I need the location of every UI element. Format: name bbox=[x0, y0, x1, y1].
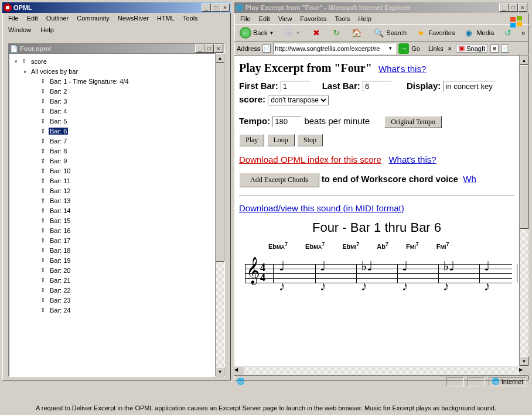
go-button[interactable]: → bbox=[398, 43, 409, 54]
opml-menu-html[interactable]: HTML bbox=[154, 14, 178, 22]
opml-menu-newsriver[interactable]: NewsRiver bbox=[114, 14, 152, 22]
doc-minimize-button[interactable]: _ bbox=[195, 44, 204, 53]
whats-this-link-3-partial[interactable]: Wh bbox=[463, 174, 476, 184]
search-button[interactable]: 🔍 Search bbox=[370, 26, 410, 40]
last-bar-input[interactable] bbox=[363, 81, 392, 92]
tree-node[interactable]: ▸⇧Bar: 5 bbox=[9, 116, 214, 126]
back-dropdown-icon[interactable]: ▼ bbox=[269, 30, 274, 36]
stop-button[interactable]: ✖ bbox=[308, 26, 325, 40]
tree-node[interactable]: ▸⇧Bar: 13 bbox=[9, 196, 214, 205]
scroll-thumb[interactable] bbox=[216, 63, 224, 262]
download-midi-link[interactable]: Download/view this sound (in MIDI format… bbox=[239, 203, 404, 213]
ie-menu-tools[interactable]: Tools bbox=[332, 15, 354, 23]
stop-button[interactable]: Stop bbox=[297, 134, 323, 146]
ie-menu-edit[interactable]: Edit bbox=[255, 15, 274, 23]
tree-node[interactable]: ▸⇧Bar: 21 bbox=[9, 275, 214, 285]
tree-node[interactable]: ▸⇧Bar: 6 bbox=[9, 126, 214, 136]
hscroll-left[interactable]: ◀ bbox=[234, 367, 244, 375]
whats-this-link-2[interactable]: What's this? bbox=[388, 155, 436, 164]
tree-node[interactable]: ▸⇧Bar: 15 bbox=[9, 215, 214, 225]
page-scroll-thumb[interactable] bbox=[520, 65, 528, 229]
home-button[interactable]: 🏠 bbox=[347, 26, 365, 40]
first-bar-input[interactable] bbox=[281, 81, 310, 92]
tree-node[interactable]: ▸⇧Bar: 20 bbox=[9, 265, 214, 275]
outline-tree[interactable]: ▾⇧score▸All voices by bar▸⇧Bar: 1 - Time… bbox=[9, 53, 215, 376]
tree-node[interactable]: ▸⇧Bar: 1 - Time Signature: 4/4 bbox=[9, 76, 214, 86]
toolbar-extra-2[interactable]: 📑 bbox=[501, 44, 509, 53]
refresh-button[interactable]: ↻ bbox=[328, 26, 345, 40]
scroll-up-button[interactable]: ▲ bbox=[216, 53, 224, 63]
links-label[interactable]: Links bbox=[428, 45, 444, 52]
original-tempo-button[interactable]: Original Tempo bbox=[384, 116, 442, 128]
whats-this-link-1[interactable]: What's this? bbox=[378, 64, 426, 74]
opml-menu-file[interactable]: File bbox=[5, 14, 22, 22]
ie-menu-file[interactable]: File bbox=[237, 15, 254, 23]
page-scroll-up[interactable]: ▲ bbox=[520, 56, 528, 65]
ie-minimize-button[interactable]: _ bbox=[499, 4, 509, 12]
ie-menu-view[interactable]: View bbox=[275, 15, 296, 23]
media-button[interactable]: ◉ Media bbox=[460, 26, 497, 40]
disclosure-arrow-icon[interactable]: ▾ bbox=[13, 59, 19, 64]
tree-scrollbar[interactable]: ▲ ▼ bbox=[215, 53, 224, 376]
tempo-input[interactable] bbox=[272, 116, 302, 127]
loop-button[interactable]: Loop bbox=[267, 134, 295, 146]
tree-node[interactable]: ▸⇧Bar: 7 bbox=[9, 136, 214, 146]
back-button[interactable]: ← Back ▼ bbox=[237, 26, 277, 40]
opml-menu-help[interactable]: Help bbox=[37, 26, 57, 34]
tree-node[interactable]: ▸⇧Bar: 17 bbox=[9, 235, 214, 245]
snagit-button[interactable]: ▣ SnagIt bbox=[456, 44, 488, 53]
fwd-dropdown-icon[interactable]: ▼ bbox=[295, 30, 300, 36]
links-overflow[interactable]: » bbox=[446, 45, 454, 52]
forward-button[interactable]: → ▼ bbox=[279, 26, 303, 40]
ie-menu-help[interactable]: Help bbox=[354, 15, 375, 23]
display-input[interactable] bbox=[443, 81, 496, 92]
opml-menu-window[interactable]: Window bbox=[5, 26, 35, 34]
tree-node[interactable]: ▸⇧Bar: 16 bbox=[9, 225, 214, 235]
page-scrollbar[interactable]: ▲ ▼ bbox=[519, 56, 528, 366]
opml-menu-tools[interactable]: Tools bbox=[179, 14, 202, 22]
address-input[interactable] bbox=[273, 43, 396, 54]
tree-node[interactable]: ▸⇧Bar: 10 bbox=[9, 166, 214, 176]
url-dropdown-icon[interactable]: ▼ bbox=[388, 46, 393, 51]
toolbar-overflow[interactable]: » bbox=[519, 30, 527, 36]
opml-titlebar[interactable]: OPML _ □ × bbox=[2, 2, 231, 13]
favorites-button[interactable]: ★ Favorites bbox=[412, 26, 458, 40]
scroll-track[interactable] bbox=[216, 262, 224, 367]
hscroll-track[interactable] bbox=[244, 367, 519, 375]
disclosure-arrow-icon[interactable]: ▸ bbox=[22, 68, 28, 74]
page-scroll-down[interactable]: ▼ bbox=[520, 356, 528, 366]
ie-titlebar[interactable]: 🌐 Play Excerpt from "Four" - Microsoft I… bbox=[234, 2, 528, 13]
opml-menu-community[interactable]: Community bbox=[73, 14, 113, 22]
add-excerpt-chords-button[interactable]: Add Excerpt Chords bbox=[239, 173, 319, 187]
tree-node[interactable]: ▸⇧Bar: 9 bbox=[9, 156, 214, 166]
tree-node[interactable]: ▸⇧Bar: 24 bbox=[9, 305, 214, 315]
tree-node[interactable]: ▸⇧Bar: 14 bbox=[9, 205, 214, 215]
doc-maximize-button[interactable]: □ bbox=[204, 44, 214, 53]
play-button[interactable]: Play bbox=[239, 134, 264, 146]
ie-close-button[interactable]: × bbox=[518, 4, 527, 12]
toolbar-extra-1[interactable]: 🖥 bbox=[490, 44, 499, 53]
tree-node[interactable]: ▸⇧Bar: 19 bbox=[9, 255, 214, 265]
tree-node[interactable]: ▸⇧Bar: 22 bbox=[9, 285, 214, 295]
ie-menu-favorites[interactable]: Favorites bbox=[296, 15, 330, 23]
doc-close-button[interactable]: × bbox=[214, 44, 223, 53]
tree-node[interactable]: ▸⇧Bar: 23 bbox=[9, 295, 214, 305]
tree-node[interactable]: ▸⇧Bar: 11 bbox=[9, 176, 214, 186]
ie-maximize-button[interactable]: □ bbox=[509, 4, 518, 12]
download-opml-link[interactable]: Download OPML index for this score bbox=[239, 155, 381, 164]
transpose-select[interactable]: don't transpose bbox=[268, 95, 329, 105]
opml-menu-outliner[interactable]: Outliner bbox=[43, 14, 73, 22]
tree-node[interactable]: ▸⇧Bar: 12 bbox=[9, 186, 214, 196]
minimize-button[interactable]: _ bbox=[202, 4, 211, 12]
scroll-down-button[interactable]: ▼ bbox=[216, 367, 224, 376]
hscroll-right[interactable]: ▶ bbox=[519, 367, 528, 375]
tree-node[interactable]: ▸⇧Bar: 2 bbox=[9, 86, 214, 96]
opml-doc-titlebar[interactable]: 📄 Four.opml _ □ × bbox=[9, 44, 224, 53]
tree-node[interactable]: ▸⇧Bar: 18 bbox=[9, 245, 214, 255]
close-button[interactable]: × bbox=[220, 4, 230, 12]
opml-menu-edit[interactable]: Edit bbox=[23, 14, 42, 22]
tree-node[interactable]: ▸⇧Bar: 3 bbox=[9, 96, 214, 106]
tree-node[interactable]: ▾⇧score bbox=[9, 56, 214, 66]
maximize-button[interactable]: □ bbox=[211, 4, 220, 12]
tree-node[interactable]: ▸⇧Bar: 4 bbox=[9, 106, 214, 116]
